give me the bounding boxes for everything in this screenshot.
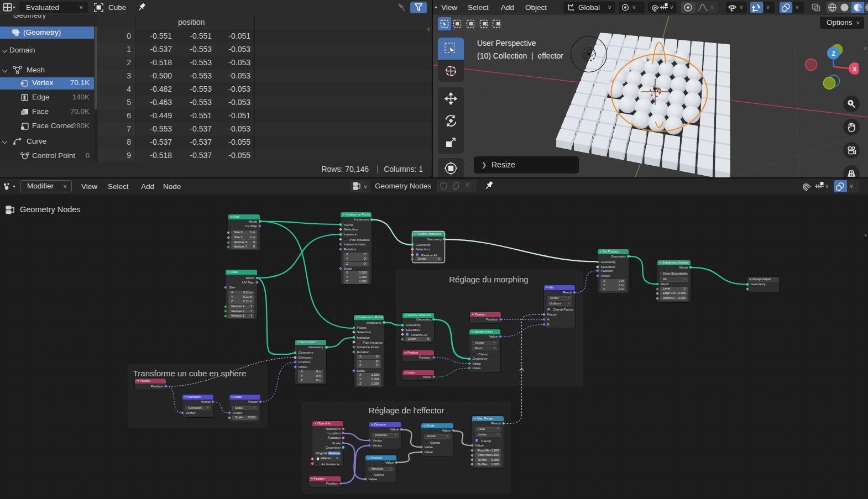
svg-text:Z: Z (832, 50, 835, 57)
svg-text:X: X (853, 66, 857, 72)
